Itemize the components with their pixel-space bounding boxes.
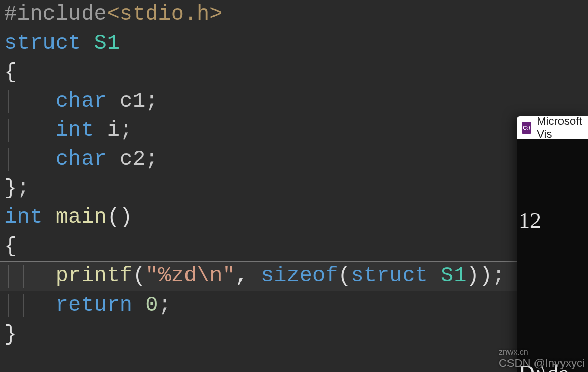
console-output: 12 D:\de 按任意 bbox=[517, 139, 588, 372]
code-line: return 0; bbox=[0, 291, 517, 320]
keyword-sizeof: sizeof bbox=[261, 262, 338, 291]
console-window[interactable]: C:\ Microsoft Vis 12 D:\de 按任意 bbox=[517, 116, 588, 372]
indent-guide bbox=[8, 265, 9, 288]
keyword-char: char bbox=[56, 87, 107, 116]
console-titlebar[interactable]: C:\ Microsoft Vis bbox=[517, 116, 588, 139]
brace-open: { bbox=[4, 232, 17, 261]
semicolon: ; bbox=[120, 116, 132, 145]
code-line: }; bbox=[0, 174, 517, 203]
code-line: { bbox=[0, 232, 517, 261]
identifier: i bbox=[107, 116, 120, 145]
watermark: znwx.cn CSDN @Invyxyci bbox=[499, 348, 585, 370]
code-line: int main() bbox=[0, 203, 517, 232]
paren-close: ) bbox=[466, 262, 479, 291]
keyword-struct: struct bbox=[351, 262, 428, 291]
keyword-char: char bbox=[56, 145, 107, 174]
brace-close: } bbox=[4, 174, 17, 203]
code-line-active[interactable]: printf("%zd\n", sizeof(struct S1)); bbox=[0, 261, 517, 291]
semicolon: ; bbox=[145, 145, 158, 174]
code-line: #include<stdio.h> bbox=[0, 0, 517, 29]
code-line: char c2; bbox=[0, 145, 517, 174]
console-title-text: Microsoft Vis bbox=[537, 115, 588, 141]
preprocessor-directive: #include bbox=[4, 0, 107, 29]
semicolon: ; bbox=[158, 291, 171, 320]
code-editor[interactable]: #include<stdio.h> struct S1 { char c1; i… bbox=[0, 0, 517, 372]
indent-guide bbox=[8, 294, 9, 317]
brace-open: { bbox=[4, 58, 17, 87]
type-name: S1 bbox=[441, 262, 466, 291]
keyword-return: return bbox=[56, 291, 132, 320]
angle-bracket-close: > bbox=[209, 0, 222, 29]
semicolon: ; bbox=[492, 262, 505, 291]
identifier: c2 bbox=[120, 145, 145, 174]
indent-guide bbox=[8, 90, 9, 113]
function-name: main bbox=[56, 203, 107, 232]
indent-guide bbox=[8, 148, 9, 171]
parens: () bbox=[107, 203, 132, 232]
watermark-top: znwx.cn bbox=[499, 348, 585, 357]
type-name: S1 bbox=[94, 29, 119, 58]
code-line: struct S1 bbox=[0, 29, 517, 58]
string-literal: "%zd\n" bbox=[145, 262, 235, 291]
semicolon: ; bbox=[17, 174, 30, 203]
indent-guide bbox=[8, 119, 9, 142]
keyword-int: int bbox=[56, 116, 94, 145]
console-output-value: 12 bbox=[519, 206, 588, 236]
number-literal: 0 bbox=[145, 291, 158, 320]
watermark-bottom: CSDN @Invyxyci bbox=[499, 357, 585, 370]
paren-close: ) bbox=[479, 262, 492, 291]
include-path: stdio.h bbox=[120, 0, 209, 29]
paren-open: ( bbox=[338, 262, 351, 291]
brace-close: } bbox=[4, 320, 17, 349]
semicolon: ; bbox=[145, 87, 158, 116]
keyword-int: int bbox=[4, 203, 43, 232]
indent-guide bbox=[23, 294, 24, 317]
function-printf: printf bbox=[56, 262, 132, 291]
identifier: c1 bbox=[120, 87, 145, 116]
indent-guide bbox=[23, 265, 24, 288]
angle-bracket-open: < bbox=[107, 0, 120, 29]
code-line: { bbox=[0, 58, 517, 87]
vs-icon: C:\ bbox=[522, 122, 531, 134]
code-line: char c1; bbox=[0, 87, 517, 116]
code-line: int i; bbox=[0, 116, 517, 145]
paren-open: ( bbox=[132, 262, 145, 291]
code-line: } bbox=[0, 320, 517, 349]
comma: , bbox=[235, 262, 261, 291]
keyword-struct: struct bbox=[4, 29, 81, 58]
